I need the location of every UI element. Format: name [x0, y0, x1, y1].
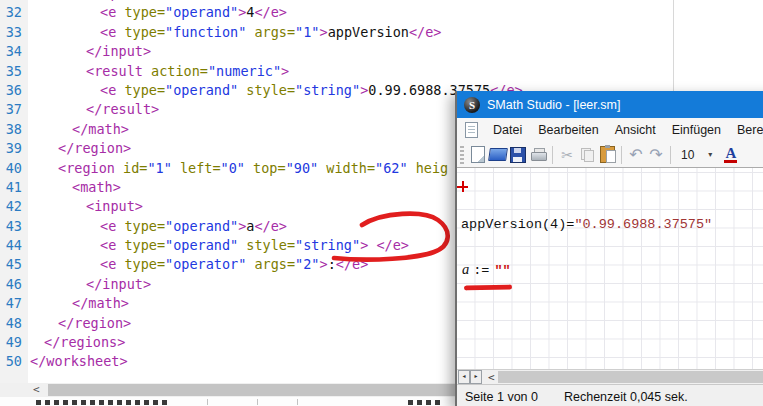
expression-left: appVersion(4)= — [461, 217, 574, 232]
separator — [297, 399, 298, 405]
code-text: <input> — [22, 197, 143, 216]
font-color-button[interactable]: A — [724, 146, 737, 163]
smath-logo-icon: S — [464, 97, 480, 113]
code-text: </math> — [22, 120, 129, 139]
line-number: 38 — [0, 120, 22, 139]
separator — [207, 399, 208, 405]
toolbar-separator — [621, 146, 622, 164]
save-floppy-icon — [510, 147, 526, 163]
scroll-left-icon[interactable]: < — [33, 383, 40, 397]
text-fragment — [408, 400, 442, 405]
appversion-expression[interactable]: appVersion(4)="0.99.6988.37575" — [461, 217, 712, 232]
line-number: 44 — [0, 236, 22, 255]
editor-ruler-guide — [673, 0, 674, 91]
clipboard-paste-icon — [600, 146, 615, 163]
cut-button[interactable]: ✂ — [557, 145, 577, 165]
line-number: 43 — [0, 217, 22, 236]
window-titlebar[interactable]: S SMath Studio - [leer.sm] — [457, 91, 763, 118]
code-text: </input> — [22, 275, 151, 294]
paste-button[interactable] — [597, 145, 617, 165]
open-button[interactable] — [488, 145, 508, 165]
line-number: 39 — [0, 139, 22, 158]
smath-studio-window: S SMath Studio - [leer.sm] DateiBearbeit… — [455, 91, 763, 406]
code-text: <math> — [22, 178, 121, 197]
clipped-statusbar-fragments — [0, 397, 455, 406]
font-size-value[interactable]: 10 — [681, 148, 694, 162]
line-number: 47 — [0, 294, 22, 313]
line-number: 48 — [0, 314, 22, 333]
line-number: 50 — [0, 352, 22, 371]
code-text: <e type="operator" args="2">:</e> — [22, 255, 368, 274]
page-right-button[interactable]: ▸ — [470, 370, 482, 384]
copy-button[interactable] — [577, 145, 597, 165]
page-count-status: Seite 1 von 0 — [465, 390, 538, 404]
code-text: <e type="operand">a</e> — [22, 217, 287, 236]
new-document-icon — [471, 146, 485, 163]
code-line[interactable]: 34</input> — [0, 42, 763, 61]
menu-item-datei[interactable]: Datei — [493, 123, 522, 137]
red-underline-annotation — [464, 285, 512, 291]
status-bar: Seite 1 von 0 Rechenzeit 0,045 sek. — [457, 384, 763, 406]
line-number: 46 — [0, 275, 22, 294]
menu-item-einfügen[interactable]: Einfügen — [672, 123, 721, 137]
line-number: 41 — [0, 178, 22, 197]
worksheet-cursor-crosshair — [457, 181, 468, 192]
line-number: 49 — [0, 333, 22, 352]
code-text: </region> — [22, 139, 131, 158]
line-number: 37 — [0, 100, 22, 119]
save-button[interactable] — [508, 145, 528, 165]
code-line[interactable]: 35<result action="numeric"> — [0, 62, 763, 81]
line-number: 42 — [0, 197, 22, 216]
code-line[interactable]: 32<e type="operand">4</e> — [0, 3, 763, 22]
toolbar: ✂ ↶ ↷ 10 ▾ A — [457, 142, 763, 168]
page-left-button[interactable]: ◂ — [458, 370, 470, 384]
copy-icon — [581, 148, 594, 161]
document-icon[interactable] — [465, 122, 478, 138]
text-fragment — [36, 400, 170, 405]
code-text: </worksheet> — [22, 352, 128, 371]
toolbar-grip[interactable] — [460, 146, 464, 164]
worksheet-canvas[interactable]: appVersion(4)="0.99.6988.37575" a:="" — [457, 168, 763, 369]
code-text: </regions> — [22, 333, 125, 352]
line-number: 33 — [0, 23, 22, 42]
undo-arrow-icon: ↶ — [629, 147, 642, 163]
new-document-button[interactable] — [468, 145, 488, 165]
menu-bar: DateiBearbeitenAnsichtEinfügenBerech — [457, 118, 763, 142]
scrollbar-thumb[interactable] — [498, 371, 763, 383]
code-line[interactable]: 33<e type="function" args="1">appVersion… — [0, 23, 763, 42]
font-size-dropdown-caret-icon[interactable]: ▾ — [708, 150, 712, 159]
redo-arrow-icon: ↷ — [649, 147, 662, 163]
line-number: 35 — [0, 62, 22, 81]
code-text: <e type="operand" style="string">0.99.69… — [22, 81, 523, 100]
line-number: 36 — [0, 81, 22, 100]
assign-operator: := — [473, 263, 489, 278]
code-text: <result action="numeric"> — [22, 62, 289, 81]
line-number: 40 — [0, 159, 22, 178]
window-title: SMath Studio - [leer.sm] — [487, 98, 620, 112]
assignment-expression[interactable]: a:="" — [462, 261, 511, 278]
scissors-icon: ✂ — [561, 148, 573, 162]
code-text: </region> — [22, 314, 131, 333]
redo-button[interactable]: ↷ — [646, 145, 666, 165]
menu-item-berech[interactable]: Berech — [737, 123, 763, 137]
menu-item-ansicht[interactable]: Ansicht — [615, 123, 656, 137]
expression-result-string: "0.99.6988.37575" — [574, 217, 712, 232]
undo-button[interactable]: ↶ — [626, 145, 646, 165]
line-number: 32 — [0, 3, 22, 22]
printer-icon — [531, 148, 546, 161]
open-folder-icon — [488, 148, 508, 161]
empty-string-value: "" — [494, 263, 510, 278]
line-number: 45 — [0, 255, 22, 274]
code-text: </result> — [22, 100, 159, 119]
menu-item-bearbeiten[interactable]: Bearbeiten — [538, 123, 598, 137]
print-button[interactable] — [528, 145, 548, 165]
code-text: <region id="1" left="0" top="90" width="… — [22, 159, 448, 178]
separator — [257, 399, 258, 405]
line-number: 34 — [0, 42, 22, 61]
code-text: <e type="function" args="1">appVersion</… — [22, 23, 441, 42]
code-text: </input> — [22, 42, 151, 61]
code-text: </math> — [22, 294, 129, 313]
scroll-left-icon[interactable]: < — [488, 371, 495, 384]
calc-time-status: Rechenzeit 0,045 sek. — [564, 390, 688, 404]
worksheet-horizontal-scrollbar[interactable]: ◂ ▸ < — [457, 369, 763, 384]
